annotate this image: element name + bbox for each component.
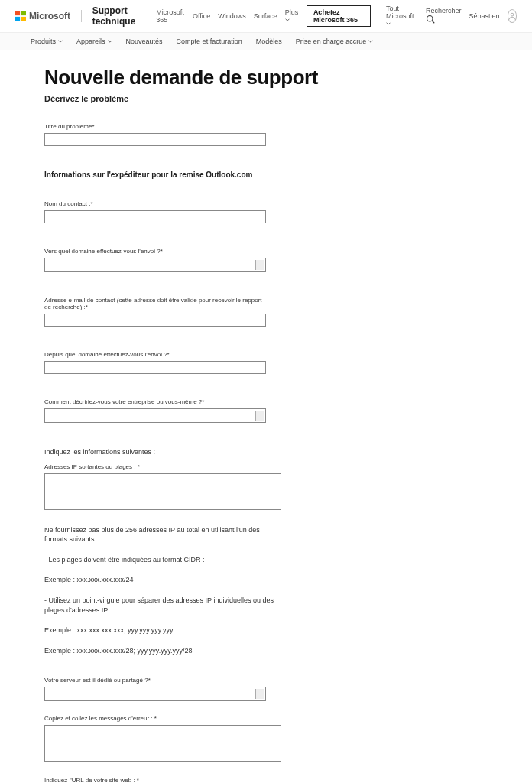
nav-surface[interactable]: Surface: [254, 12, 277, 20]
input-problem-title[interactable]: [44, 133, 266, 146]
brand-support[interactable]: Support technique: [92, 5, 149, 27]
label-domain-from: Depuis quel domaine effectuez-vous l'env…: [44, 351, 266, 358]
nav-office[interactable]: Office: [193, 12, 210, 20]
info-example-3: Exemple : xxx.xxx.xxx.xxx/28; yyy.yyy.yy…: [44, 646, 281, 656]
chevron-down-icon: [58, 37, 63, 45]
select-server-type[interactable]: [44, 687, 266, 701]
info-max-ips: Ne fournissez pas plus de 256 adresses I…: [44, 525, 281, 544]
label-outgoing-ips: Adresses IP sortantes ou plages : *: [44, 463, 281, 470]
info-semicolon: - Utilisez un point-virgule pour séparer…: [44, 596, 281, 615]
textarea-error-messages[interactable]: [44, 725, 281, 762]
chevron-down-icon: [108, 37, 112, 45]
subnav-templates[interactable]: Modèles: [256, 37, 282, 45]
info-cidr: - Les plages doivent être indiquées au f…: [44, 555, 281, 565]
user-name[interactable]: Sébastien: [469, 12, 500, 20]
search-icon: [426, 18, 435, 25]
label-describe-org: Comment décririez-vous votre entreprise …: [44, 398, 266, 405]
textarea-outgoing-ips[interactable]: [44, 473, 281, 510]
search-link[interactable]: Rechercher: [426, 7, 462, 25]
all-microsoft-menu[interactable]: Tout Microsoft: [386, 5, 418, 28]
label-contact-email: Adresse e-mail de contact (cette adresse…: [44, 297, 266, 310]
sub-navigation: Produits Appareils Nouveautés Compte et …: [0, 33, 532, 50]
nav-plus[interactable]: Plus: [285, 8, 299, 24]
microsoft-logo[interactable]: Microsoft: [15, 11, 70, 21]
chevron-down-icon: [368, 37, 373, 45]
svg-rect-1: [21, 11, 26, 15]
input-contact-name[interactable]: [44, 210, 266, 223]
svg-rect-2: [15, 17, 20, 21]
info-following: Indiquez les informations suivantes :: [44, 447, 281, 457]
svg-line-5: [432, 21, 434, 23]
support-form-page: Nouvelle demande de support Décrivez le …: [44, 50, 488, 783]
info-example-2: Exemple : xxx.xxx.xxx.xxx; yyy.yyy.yyy.y…: [44, 625, 281, 635]
svg-rect-3: [21, 17, 26, 21]
label-error-messages: Copiez et collez les messages d'erreur :…: [44, 715, 281, 722]
subnav-news[interactable]: Nouveautés: [126, 37, 163, 45]
input-contact-email[interactable]: [44, 314, 266, 327]
nav-windows[interactable]: Windows: [218, 12, 246, 20]
label-problem-title: Titre du problème*: [44, 123, 266, 130]
buy-m365-button[interactable]: Achetez Microsoft 365: [307, 5, 371, 27]
divider: [81, 10, 82, 22]
user-avatar[interactable]: [508, 9, 517, 23]
svg-point-4: [427, 16, 433, 22]
subnav-devices[interactable]: Appareils: [76, 37, 112, 45]
select-describe-org[interactable]: [44, 408, 266, 423]
nav-m365[interactable]: Microsoft 365: [156, 8, 185, 24]
info-example-1: Exemple : xxx.xxx.xxx.xxx/24: [44, 575, 281, 585]
subnav-account[interactable]: Compte et facturation: [177, 37, 242, 45]
subnav-products[interactable]: Produits: [31, 37, 63, 45]
chevron-down-icon: [285, 16, 290, 24]
label-server-type: Votre serveur est-il dédié ou partagé ?*: [44, 677, 266, 684]
svg-rect-0: [15, 11, 20, 15]
subnav-premium[interactable]: Prise en charge accrue: [296, 37, 374, 45]
select-domain-to[interactable]: [44, 258, 266, 272]
section-sender-info: Informations sur l'expéditeur pour la re…: [44, 171, 488, 179]
label-website-url: Indiquez l'URL de votre site web : *: [44, 777, 281, 783]
input-domain-from[interactable]: [44, 361, 266, 374]
microsoft-logo-text: Microsoft: [29, 11, 70, 21]
person-icon: [508, 12, 516, 20]
label-contact-name: Nom du contact :*: [44, 200, 266, 207]
svg-point-6: [511, 13, 514, 16]
section-describe-problem: Décrivez le problème: [44, 94, 488, 106]
top-navigation: Microsoft Support technique Microsoft 36…: [0, 0, 532, 33]
page-title: Nouvelle demande de support: [44, 66, 488, 89]
chevron-down-icon: [386, 20, 391, 28]
microsoft-icon: [15, 11, 26, 21]
label-domain-to: Vers quel domaine effectuez-vous l'envoi…: [44, 248, 266, 255]
